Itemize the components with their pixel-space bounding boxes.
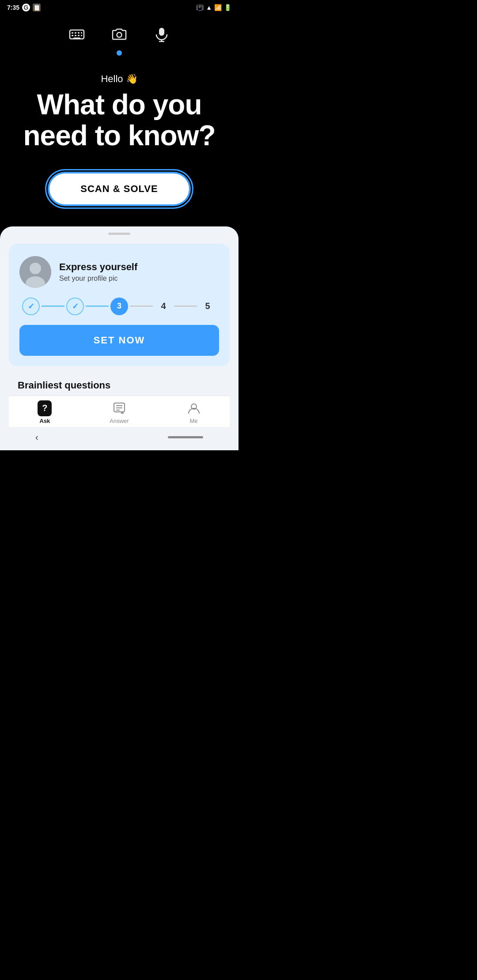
greeting-text: Hello 👋	[13, 73, 225, 85]
main-heading: What do you need to know?	[13, 89, 225, 151]
bottom-nav: ? Ask Answer M	[9, 396, 230, 427]
status-bar: 7:35 G 📋 📳 ▲ 📶 🔋	[0, 0, 238, 13]
svg-rect-6	[75, 35, 76, 36]
ask-label: Ask	[40, 418, 50, 424]
profile-title: Express yourself	[59, 261, 137, 273]
svg-rect-11	[159, 28, 164, 36]
home-pill[interactable]	[168, 436, 203, 438]
google-icon: G	[22, 4, 30, 11]
svg-rect-2	[75, 32, 76, 34]
vibrate-icon: 📳	[196, 4, 204, 11]
ask-icon-box: ?	[38, 400, 52, 416]
back-button[interactable]: ‹	[35, 432, 38, 442]
svg-rect-4	[81, 32, 82, 34]
profile-subtitle: Set your profile pic	[59, 275, 137, 283]
svg-rect-3	[78, 32, 80, 34]
set-now-button[interactable]: SET NOW	[19, 325, 219, 356]
status-left: 7:35 G 📋	[7, 4, 41, 11]
mic-icon[interactable]	[154, 26, 170, 46]
connector-2	[86, 305, 109, 307]
heading-line1: What do you	[37, 89, 202, 121]
ask-nav-icon: ?	[38, 401, 52, 415]
svg-rect-1	[72, 32, 73, 34]
connector-3	[130, 305, 153, 307]
svg-rect-7	[78, 35, 80, 36]
active-dot	[117, 50, 122, 56]
me-nav-icon	[187, 401, 201, 415]
scan-button-wrapper: SCAN & SOLVE	[0, 165, 238, 226]
svg-rect-8	[81, 35, 82, 36]
me-label: Me	[190, 418, 198, 424]
nav-ask[interactable]: ? Ask	[38, 401, 52, 424]
svg-rect-9	[73, 38, 80, 39]
step-2: ✓	[66, 298, 84, 315]
answer-label: Answer	[110, 418, 129, 424]
svg-point-10	[117, 33, 122, 38]
brainliest-title: Brainliest questions	[18, 380, 221, 391]
profile-info: Express yourself Set your profile pic	[59, 261, 137, 283]
hero-section: Hello 👋 What do you need to know?	[0, 69, 238, 165]
battery-icon: 🔋	[224, 4, 231, 11]
answer-nav-icon	[112, 401, 126, 415]
avatar	[19, 256, 51, 288]
svg-rect-5	[72, 35, 73, 36]
step-progress: ✓ ✓ 3 4 5	[19, 298, 219, 315]
svg-point-15	[30, 263, 41, 274]
step-4: 4	[155, 298, 172, 315]
keyboard-icon[interactable]	[69, 26, 85, 46]
page-indicator	[0, 50, 238, 56]
clipboard-icon: 📋	[33, 4, 41, 11]
heading-line2: need to know?	[23, 120, 216, 151]
profile-top: Express yourself Set your profile pic	[19, 256, 219, 288]
step-5: 5	[199, 298, 216, 315]
sheet-handle	[108, 233, 130, 235]
step-3: 3	[110, 298, 128, 315]
signal-icon: 📶	[214, 4, 222, 11]
scan-solve-button[interactable]: SCAN & SOLVE	[49, 173, 189, 204]
connector-4	[174, 305, 197, 307]
input-mode-icons	[0, 13, 238, 50]
step-1: ✓	[22, 298, 40, 315]
system-nav: ‹	[9, 427, 230, 450]
profile-card: Express yourself Set your profile pic ✓ …	[9, 244, 230, 366]
wifi-icon: ▲	[206, 4, 212, 11]
time-display: 7:35	[7, 4, 19, 11]
brainliest-section: Brainliest questions	[9, 375, 230, 391]
nav-me[interactable]: Me	[187, 401, 201, 424]
nav-answer[interactable]: Answer	[110, 401, 129, 424]
camera-icon[interactable]	[111, 26, 127, 46]
bottom-sheet: Express yourself Set your profile pic ✓ …	[0, 226, 238, 450]
status-right: 📳 ▲ 📶 🔋	[196, 4, 231, 11]
connector-1	[42, 305, 64, 307]
